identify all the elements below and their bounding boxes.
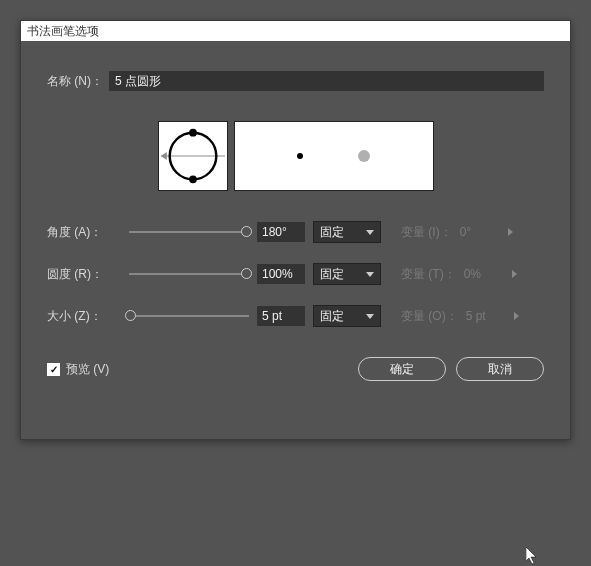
preview-checkbox[interactable]: ✓ (47, 363, 60, 376)
size-slider[interactable] (129, 315, 249, 317)
angle-var-value: 0° (460, 225, 500, 239)
preview-checkbox-wrap[interactable]: ✓ 预览 (V) (47, 361, 109, 378)
size-row: 大小 (Z)： 固定 变量 (O)： 5 pt (47, 305, 544, 327)
svg-marker-1 (160, 152, 166, 160)
angle-slider[interactable] (129, 231, 249, 233)
size-var-value: 5 pt (466, 309, 506, 323)
dialog-buttons: 确定 取消 (358, 357, 544, 381)
angle-mode-dropdown[interactable]: 固定 (313, 221, 381, 243)
svg-point-3 (189, 129, 197, 137)
roundness-var-value: 0% (464, 267, 504, 281)
name-row: 名称 (N)： (47, 71, 544, 91)
roundness-slider-knob[interactable] (241, 268, 252, 279)
mouse-cursor-icon (526, 547, 540, 565)
chevron-right-icon (508, 228, 513, 236)
chevron-down-icon (366, 314, 374, 319)
size-label: 大小 (Z)： (47, 308, 115, 325)
roundness-input[interactable] (257, 264, 305, 284)
chevron-right-icon (514, 312, 519, 320)
calligraphic-brush-options-dialog: 书法画笔选项 名称 (N)： 角度 (A)： (20, 20, 571, 440)
name-input[interactable] (109, 71, 544, 91)
angle-mode-value: 固定 (320, 224, 344, 241)
dialog-content: 名称 (N)： 角度 (A)： (21, 41, 570, 401)
brush-sample-max (358, 150, 370, 162)
svg-marker-5 (526, 547, 536, 564)
size-slider-knob[interactable] (125, 310, 136, 321)
size-input[interactable] (257, 306, 305, 326)
size-mode-value: 固定 (320, 308, 344, 325)
chevron-down-icon (366, 230, 374, 235)
roundness-mode-dropdown[interactable]: 固定 (313, 263, 381, 285)
brush-shape-editor[interactable] (158, 121, 228, 191)
roundness-slider[interactable] (129, 273, 249, 275)
angle-row: 角度 (A)： 固定 变量 (I)： 0° (47, 221, 544, 243)
brush-preview (234, 121, 434, 191)
footer-row: ✓ 预览 (V) 确定 取消 (47, 357, 544, 381)
preview-area (47, 121, 544, 191)
svg-point-4 (189, 175, 197, 183)
size-var-label: 变量 (O)： (401, 308, 458, 325)
roundness-row: 圆度 (R)： 固定 变量 (T)： 0% (47, 263, 544, 285)
dialog-title: 书法画笔选项 (21, 21, 570, 41)
angle-slider-knob[interactable] (241, 226, 252, 237)
roundness-label: 圆度 (R)： (47, 266, 115, 283)
angle-input[interactable] (257, 222, 305, 242)
ok-button[interactable]: 确定 (358, 357, 446, 381)
roundness-var-label: 变量 (T)： (401, 266, 456, 283)
cancel-button[interactable]: 取消 (456, 357, 544, 381)
roundness-mode-value: 固定 (320, 266, 344, 283)
angle-var-label: 变量 (I)： (401, 224, 452, 241)
name-label: 名称 (N)： (47, 73, 103, 90)
preview-checkbox-label: 预览 (V) (66, 361, 109, 378)
angle-label: 角度 (A)： (47, 224, 115, 241)
chevron-down-icon (366, 272, 374, 277)
size-mode-dropdown[interactable]: 固定 (313, 305, 381, 327)
brush-sample-min (297, 153, 303, 159)
chevron-right-icon (512, 270, 517, 278)
